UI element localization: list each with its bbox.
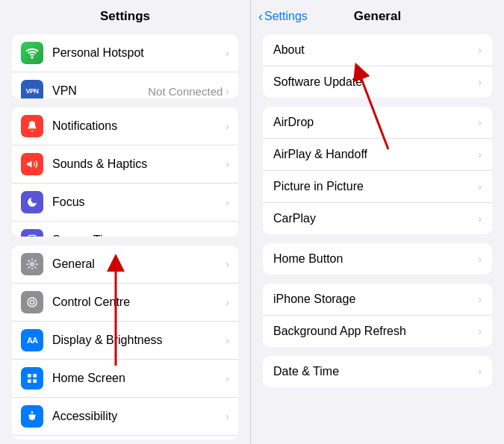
settings-row-accessibility[interactable]: Accessibility › xyxy=(12,398,238,436)
datetime-label: Date & Time xyxy=(273,365,478,378)
settings-row-focus[interactable]: Focus › xyxy=(12,184,238,222)
right-header: ‹ Settings General xyxy=(251,0,504,30)
control-icon xyxy=(21,291,43,313)
focus-icon xyxy=(21,191,43,213)
backgroundapp-label: Background App Refresh xyxy=(273,325,478,338)
right-row-about[interactable]: About › xyxy=(263,34,492,66)
right-row-softwareupdate[interactable]: Software Update › xyxy=(263,66,492,98)
right-row-airplay[interactable]: AirPlay & Handoff › xyxy=(263,139,492,171)
right-group-airdrop: AirDrop › AirPlay & Handoff › Picture in… xyxy=(263,107,492,234)
display-icon: AA xyxy=(21,329,43,351)
iphonestorage-label: iPhone Storage xyxy=(273,293,478,306)
settings-row-display[interactable]: AA Display & Brightness › xyxy=(12,322,238,360)
back-button[interactable]: ‹ Settings xyxy=(258,9,308,25)
hotspot-label: Personal Hotspot xyxy=(52,46,225,60)
notifications-icon xyxy=(21,115,43,137)
accessibility-icon xyxy=(21,405,43,428)
sounds-chevron: › xyxy=(225,158,229,170)
hotspot-icon xyxy=(21,42,43,64)
hotspot-chevron: › xyxy=(225,47,229,59)
back-label: Settings xyxy=(264,10,308,23)
display-label: Display & Brightness xyxy=(52,334,225,347)
general-label: General xyxy=(52,257,225,271)
settings-row-notifications[interactable]: Notifications › xyxy=(12,107,238,146)
general-chevron: › xyxy=(225,258,229,270)
settings-group-notifications: Notifications › Sounds & Haptics › Focus… xyxy=(12,107,238,237)
svg-point-6 xyxy=(28,298,37,307)
settings-row-sounds[interactable]: Sounds & Haptics › xyxy=(12,146,238,184)
vpn-value: Not Connected xyxy=(148,85,223,98)
carplay-chevron: › xyxy=(478,213,482,225)
about-label: About xyxy=(273,43,478,57)
homescreen-icon xyxy=(21,367,43,390)
vpn-icon: VPN xyxy=(21,80,43,99)
screentime-label: Screen Time xyxy=(52,234,225,237)
settings-row-vpn[interactable]: VPN VPN Not Connected › xyxy=(12,72,238,99)
iphonestorage-chevron: › xyxy=(478,293,482,305)
right-group-storage: iPhone Storage › Background App Refresh … xyxy=(263,284,492,347)
svg-point-0 xyxy=(31,57,33,58)
settings-row-hotspot[interactable]: Personal Hotspot › xyxy=(12,34,238,72)
focus-chevron: › xyxy=(225,196,229,208)
settings-row-controlcentre[interactable]: Control Centre › xyxy=(12,284,238,322)
svg-rect-9 xyxy=(28,379,31,383)
airplay-chevron: › xyxy=(478,148,482,160)
homebutton-chevron: › xyxy=(478,253,482,265)
accessibility-label: Accessibility xyxy=(52,410,225,423)
right-row-datetime[interactable]: Date & Time › xyxy=(263,356,492,387)
general-icon xyxy=(21,253,43,275)
carplay-label: CarPlay xyxy=(273,212,478,225)
notifications-label: Notifications xyxy=(52,119,225,133)
picture-label: Picture in Picture xyxy=(273,180,478,193)
settings-group-general: General › Control Centre › AA Display & … xyxy=(12,246,238,440)
right-row-backgroundapp[interactable]: Background App Refresh › xyxy=(263,316,492,347)
svg-point-11 xyxy=(31,411,34,413)
right-row-picture[interactable]: Picture in Picture › xyxy=(263,171,492,203)
screentime-chevron: › xyxy=(225,234,229,237)
vpn-chevron: › xyxy=(225,85,229,97)
svg-rect-8 xyxy=(33,374,37,378)
settings-row-screentime[interactable]: Screen Time › xyxy=(12,222,238,237)
control-chevron: › xyxy=(225,296,229,308)
softwareupdate-label: Software Update xyxy=(273,75,478,89)
svg-rect-7 xyxy=(28,374,31,378)
right-panel-title: General xyxy=(354,9,401,24)
homescreen-label: Home Screen xyxy=(52,372,225,385)
left-panel-header: Settings xyxy=(0,0,250,30)
homebutton-label: Home Button xyxy=(273,252,478,266)
svg-point-4 xyxy=(31,263,34,266)
right-group-datetime: Date & Time › xyxy=(263,356,492,387)
right-panel: ‹ Settings General About › Software Upda… xyxy=(250,0,504,444)
right-row-airdrop[interactable]: AirDrop › xyxy=(263,107,492,139)
notifications-chevron: › xyxy=(225,120,229,132)
control-label: Control Centre xyxy=(52,296,225,309)
softwareupdate-chevron: › xyxy=(478,76,482,88)
back-chevron-icon: ‹ xyxy=(258,9,263,25)
airdrop-label: AirDrop xyxy=(273,116,478,129)
accessibility-chevron: › xyxy=(225,410,229,422)
right-row-homebutton[interactable]: Home Button › xyxy=(263,243,492,275)
svg-marker-1 xyxy=(27,160,31,167)
about-chevron: › xyxy=(478,44,482,56)
settings-row-homescreen[interactable]: Home Screen › xyxy=(12,360,238,398)
vpn-label: VPN xyxy=(52,84,148,98)
airplay-label: AirPlay & Handoff xyxy=(273,148,478,161)
svg-rect-2 xyxy=(28,235,35,237)
right-row-carplay[interactable]: CarPlay › xyxy=(263,203,492,234)
backgroundapp-chevron: › xyxy=(478,325,482,337)
homescreen-chevron: › xyxy=(225,372,229,384)
display-chevron: › xyxy=(225,334,229,346)
right-group-homebutton: Home Button › xyxy=(263,243,492,275)
picture-chevron: › xyxy=(478,181,482,193)
settings-group-connectivity: Personal Hotspot › VPN VPN Not Connected… xyxy=(12,34,238,99)
sounds-label: Sounds & Haptics xyxy=(52,157,225,171)
screentime-icon xyxy=(21,229,43,237)
datetime-chevron: › xyxy=(478,366,482,378)
svg-point-5 xyxy=(30,300,34,304)
right-row-iphonestorage[interactable]: iPhone Storage › xyxy=(263,284,492,316)
settings-row-wallpaper[interactable]: Wallpaper › xyxy=(12,436,238,440)
left-panel: Settings Personal Hotspot › VPN VPN Not … xyxy=(0,0,250,444)
settings-row-general[interactable]: General › xyxy=(12,246,238,284)
focus-label: Focus xyxy=(52,196,225,209)
sounds-icon xyxy=(21,153,43,175)
